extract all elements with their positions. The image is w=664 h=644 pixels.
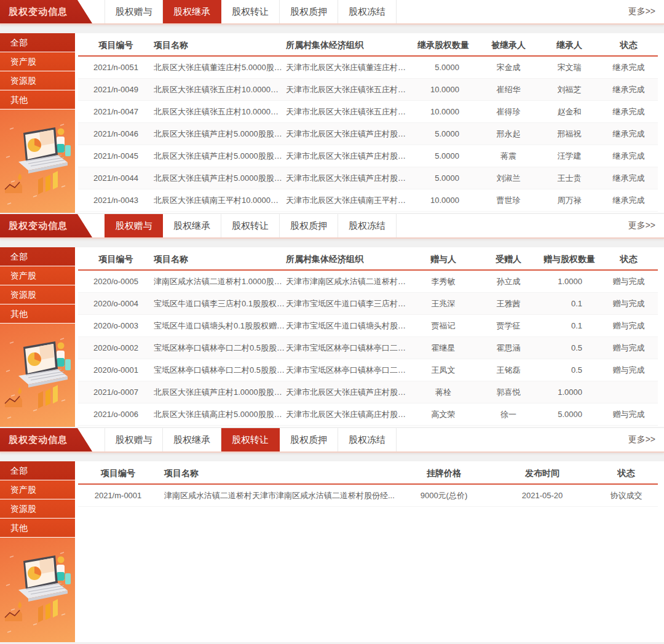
table-row[interactable]: 2020/o-0005津南区咸水沽镇二道桥村1.0000股股权赠...天津市津南…: [78, 271, 658, 293]
table-cell: 邢福祝: [539, 123, 599, 145]
section-title: 股权变动信息: [9, 434, 68, 446]
equity-change-section-2: 股权变动信息股权赠与股权继承股权转让股权质押股权冻结更多>>全部资产股资源股其他…: [0, 428, 664, 642]
table-row[interactable]: 2020/o-0002宝坻区林亭口镇林亭口二村0.5股股权赠与...天津市宝坻区…: [78, 337, 658, 359]
table-header-row: 项目编号项目名称所属村集体经济组织赠与人受赠人赠与股权数量状态: [78, 247, 658, 271]
table-cell: 天津市北辰区大张庄镇南王平村股...: [286, 189, 409, 211]
sidebar-item-资产股[interactable]: 资产股: [0, 266, 75, 285]
table-cell: 继承完成: [599, 189, 658, 211]
table-row[interactable]: 2020/o-0003宝坻区牛道口镇塘头村0.1股股权赠与项目天津市宝坻区牛道口…: [78, 315, 658, 337]
tab-股权转让[interactable]: 股权转让: [221, 0, 280, 23]
table-cell: 王凤文: [409, 359, 478, 381]
tab-股权赠与[interactable]: 股权赠与: [105, 0, 163, 23]
section-header: 股权变动信息股权赠与股权继承股权转让股权质押股权冻结更多>>: [0, 0, 664, 25]
table-cell: 10.0000: [409, 189, 478, 211]
table-cell: 1.0000: [539, 381, 599, 403]
table-row[interactable]: 2020/o-0004宝坻区牛道口镇李三店村0.1股股权赠与项目天津市宝坻区牛道…: [78, 293, 658, 315]
table-row[interactable]: 2021/n-0049北辰区大张庄镇张五庄村10.0000股股权继...天津市北…: [78, 79, 658, 101]
sidebar-item-其他[interactable]: 其他: [0, 304, 75, 323]
table-cell: 0.1: [539, 293, 599, 314]
table-cell: 崔绍华: [478, 79, 539, 100]
table-cell: 协议成交: [595, 485, 658, 506]
column-header: 挂牌价格: [398, 461, 490, 483]
tab-股权转让[interactable]: 股权转让: [221, 214, 280, 237]
table-cell: 2021/o-0006: [78, 403, 154, 425]
tab-股权继承[interactable]: 股权继承: [163, 428, 221, 451]
table-row[interactable]: 2021/o-0006北辰区大张庄镇高庄村5.0000股股权赠与...天津市北辰…: [78, 403, 658, 426]
table-cell: 2020/o-0002: [78, 337, 154, 359]
tab-股权赠与[interactable]: 股权赠与: [105, 428, 163, 451]
tab-股权转让[interactable]: 股权转让: [221, 428, 280, 451]
tab-股权质押[interactable]: 股权质押: [280, 428, 338, 451]
table-cell: 天津市北辰区大张庄镇芦庄村股份...: [286, 381, 409, 403]
table-cell: 赠与完成: [599, 337, 658, 359]
tab-股权质押[interactable]: 股权质押: [280, 214, 338, 237]
table-cell: 0.5: [539, 359, 599, 381]
column-header: 赠与人: [409, 247, 478, 269]
table-cell: 周万禄: [539, 189, 599, 211]
table-cell: 继承完成: [599, 101, 658, 122]
table-row[interactable]: 2021/n-0051北辰区大张庄镇董连庄村5.0000股股权继...天津市北辰…: [78, 57, 658, 79]
section-title-banner: 股权变动信息: [0, 0, 92, 23]
sidebar-item-其他[interactable]: 其他: [0, 90, 75, 109]
table-row[interactable]: 2021/n-0044北辰区大张庄镇芦庄村5.0000股股权继承...天津市北辰…: [78, 167, 658, 189]
more-link[interactable]: 更多>>: [628, 220, 664, 231]
table-cell: 天津市宝坻区林亭口镇林亭口二村...: [286, 337, 409, 359]
tab-股权冻结[interactable]: 股权冻结: [338, 214, 397, 237]
charts-illustration: [1, 546, 74, 638]
section-title-banner: 股权变动信息: [0, 214, 92, 237]
table-cell: 高文荣: [409, 403, 478, 425]
sidebar-item-其他[interactable]: 其他: [0, 519, 75, 537]
table-cell: 继承完成: [599, 123, 658, 145]
table-cell: 郭喜悦: [478, 381, 539, 403]
table-cell: 2020/o-0004: [78, 293, 154, 314]
sidebar-item-全部[interactable]: 全部: [0, 247, 75, 266]
more-link[interactable]: 更多>>: [628, 434, 664, 445]
table-cell: 天津市北辰区大张庄镇芦庄村股份...: [286, 167, 409, 189]
sidebar-item-资源股[interactable]: 资源股: [0, 285, 75, 304]
table-row[interactable]: 2021/m-0001津南区咸水沽镇二道桥村天津市津南区咸水沽镇二道桥村股份经.…: [78, 485, 658, 507]
table-cell: 5.0000: [409, 145, 478, 167]
table-cell: 津南区咸水沽镇二道桥村1.0000股股权赠...: [154, 271, 286, 292]
table-row[interactable]: 2021/n-0047北辰区大张庄镇张五庄村10.0000股股权继...天津市北…: [78, 101, 658, 123]
sidebar-item-资产股[interactable]: 资产股: [0, 52, 75, 71]
column-header: 所属村集体经济组织: [286, 247, 409, 269]
illustration-panel: [0, 109, 75, 213]
table-cell: 北辰区大张庄镇芦庄村5.0000股股权继承...: [154, 167, 286, 189]
table-cell: 天津市宝坻区林亭口镇林亭口二村...: [286, 359, 409, 381]
table-cell: 天津市北辰区大张庄镇高庄村股份...: [286, 403, 409, 425]
table-cell: 宝坻区牛道口镇塘头村0.1股股权赠与项目: [154, 315, 286, 336]
column-header: 发布时间: [490, 461, 595, 483]
table-row[interactable]: 2021/n-0043北辰区大张庄镇南王平村10.0000股股权继...天津市北…: [78, 189, 658, 212]
category-sidebar: 全部资产股资源股其他: [0, 461, 75, 642]
table-cell: 北辰区大张庄镇张五庄村10.0000股股权继...: [154, 101, 286, 122]
section-header: 股权变动信息股权赠与股权继承股权转让股权质押股权冻结更多>>: [0, 214, 664, 239]
table-row[interactable]: 2021/n-0046北辰区大张庄镇芦庄村5.0000股股权继承...天津市北辰…: [78, 123, 658, 145]
table-cell: 北辰区大张庄镇董连庄村5.0000股股权继...: [154, 57, 286, 78]
table-cell: 赠与完成: [599, 271, 658, 292]
tab-股权冻结[interactable]: 股权冻结: [338, 428, 397, 451]
more-link[interactable]: 更多>>: [628, 6, 664, 17]
equity-change-section-1: 股权变动信息股权赠与股权继承股权转让股权质押股权冻结更多>>全部资产股资源股其他…: [0, 214, 664, 427]
table-cell: 2021/n-0045: [78, 145, 154, 167]
table-cell: 天津市北辰区大张庄镇芦庄村股份...: [286, 145, 409, 167]
tab-股权冻结[interactable]: 股权冻结: [338, 0, 397, 23]
table-cell: 10.0000: [409, 101, 478, 122]
table-cell: 10.0000: [409, 79, 478, 100]
sidebar-item-全部[interactable]: 全部: [0, 461, 75, 480]
tab-股权继承[interactable]: 股权继承: [163, 0, 221, 23]
table-row[interactable]: 2021/o-0007北辰区大张庄镇芦庄村1.0000股股权赠与...天津市北辰…: [78, 381, 658, 403]
tab-股权继承[interactable]: 股权继承: [163, 214, 221, 237]
sidebar-item-全部[interactable]: 全部: [0, 33, 75, 52]
tab-股权质押[interactable]: 股权质押: [280, 0, 338, 23]
table-cell: 宝坻区林亭口镇林亭口二村0.5股股权赠与...: [154, 359, 286, 381]
table-cell: 继承完成: [599, 145, 658, 167]
table-row[interactable]: 2020/o-0001宝坻区林亭口镇林亭口二村0.5股股权赠与...天津市宝坻区…: [78, 359, 658, 381]
column-header: 被继承人: [478, 33, 539, 55]
table-row[interactable]: 2021/n-0045北辰区大张庄镇芦庄村5.0000股股权继承...天津市北辰…: [78, 145, 658, 167]
sidebar-item-资产股[interactable]: 资产股: [0, 480, 75, 499]
sidebar-item-资源股[interactable]: 资源股: [0, 71, 75, 90]
section-title-banner: 股权变动信息: [0, 428, 92, 451]
tab-股权赠与[interactable]: 股权赠与: [105, 214, 163, 237]
sidebar-item-资源股[interactable]: 资源股: [0, 499, 75, 518]
table-cell: 曹世珍: [478, 189, 539, 211]
